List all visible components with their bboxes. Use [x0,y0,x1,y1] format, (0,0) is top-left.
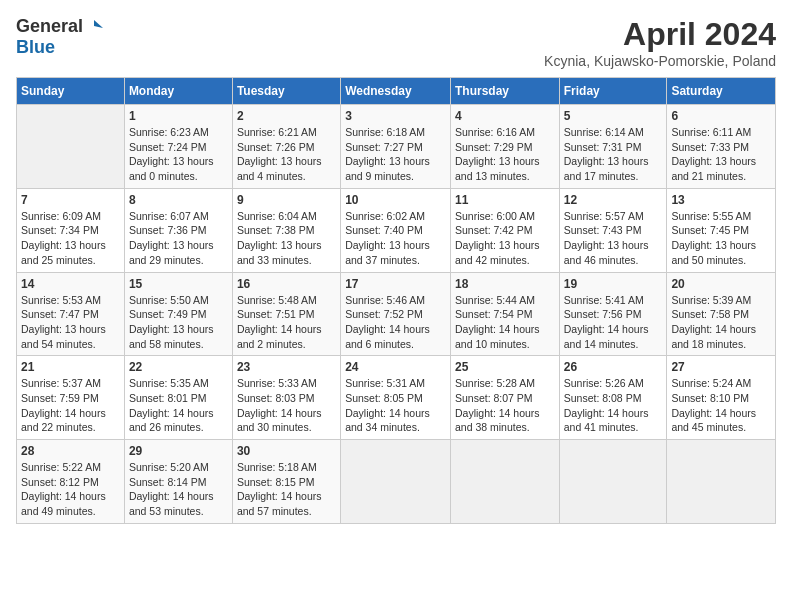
calendar-cell: 12Sunrise: 5:57 AM Sunset: 7:43 PM Dayli… [559,188,667,272]
day-number: 13 [671,193,771,207]
day-number: 28 [21,444,120,458]
day-number: 6 [671,109,771,123]
calendar-cell: 22Sunrise: 5:35 AM Sunset: 8:01 PM Dayli… [124,356,232,440]
day-number: 8 [129,193,228,207]
day-of-week-friday: Friday [559,78,667,105]
day-of-week-monday: Monday [124,78,232,105]
calendar-cell: 23Sunrise: 5:33 AM Sunset: 8:03 PM Dayli… [232,356,340,440]
calendar-cell: 1Sunrise: 6:23 AM Sunset: 7:24 PM Daylig… [124,105,232,189]
day-info: Sunrise: 6:00 AM Sunset: 7:42 PM Dayligh… [455,209,555,268]
day-info: Sunrise: 6:14 AM Sunset: 7:31 PM Dayligh… [564,125,663,184]
day-number: 15 [129,277,228,291]
calendar-cell: 3Sunrise: 6:18 AM Sunset: 7:27 PM Daylig… [341,105,451,189]
calendar-cell [559,440,667,524]
week-row-3: 14Sunrise: 5:53 AM Sunset: 7:47 PM Dayli… [17,272,776,356]
day-number: 7 [21,193,120,207]
title-area: April 2024 Kcynia, Kujawsko-Pomorskie, P… [544,16,776,69]
month-title: April 2024 [544,16,776,53]
calendar-header: SundayMondayTuesdayWednesdayThursdayFrid… [17,78,776,105]
day-info: Sunrise: 5:37 AM Sunset: 7:59 PM Dayligh… [21,376,120,435]
day-number: 23 [237,360,336,374]
calendar-cell [341,440,451,524]
week-row-2: 7Sunrise: 6:09 AM Sunset: 7:34 PM Daylig… [17,188,776,272]
day-header-row: SundayMondayTuesdayWednesdayThursdayFrid… [17,78,776,105]
logo-bird-icon [85,18,103,36]
day-info: Sunrise: 5:22 AM Sunset: 8:12 PM Dayligh… [21,460,120,519]
day-info: Sunrise: 6:21 AM Sunset: 7:26 PM Dayligh… [237,125,336,184]
day-number: 14 [21,277,120,291]
calendar-cell: 17Sunrise: 5:46 AM Sunset: 7:52 PM Dayli… [341,272,451,356]
day-number: 9 [237,193,336,207]
day-info: Sunrise: 5:35 AM Sunset: 8:01 PM Dayligh… [129,376,228,435]
day-info: Sunrise: 5:31 AM Sunset: 8:05 PM Dayligh… [345,376,446,435]
calendar-cell: 10Sunrise: 6:02 AM Sunset: 7:40 PM Dayli… [341,188,451,272]
calendar-cell: 21Sunrise: 5:37 AM Sunset: 7:59 PM Dayli… [17,356,125,440]
day-info: Sunrise: 5:24 AM Sunset: 8:10 PM Dayligh… [671,376,771,435]
day-number: 1 [129,109,228,123]
calendar-cell: 9Sunrise: 6:04 AM Sunset: 7:38 PM Daylig… [232,188,340,272]
calendar-cell: 7Sunrise: 6:09 AM Sunset: 7:34 PM Daylig… [17,188,125,272]
day-info: Sunrise: 5:28 AM Sunset: 8:07 PM Dayligh… [455,376,555,435]
day-info: Sunrise: 5:57 AM Sunset: 7:43 PM Dayligh… [564,209,663,268]
calendar-cell: 4Sunrise: 6:16 AM Sunset: 7:29 PM Daylig… [450,105,559,189]
calendar-cell: 26Sunrise: 5:26 AM Sunset: 8:08 PM Dayli… [559,356,667,440]
day-of-week-tuesday: Tuesday [232,78,340,105]
calendar-cell: 6Sunrise: 6:11 AM Sunset: 7:33 PM Daylig… [667,105,776,189]
day-info: Sunrise: 5:26 AM Sunset: 8:08 PM Dayligh… [564,376,663,435]
day-number: 5 [564,109,663,123]
calendar-cell: 29Sunrise: 5:20 AM Sunset: 8:14 PM Dayli… [124,440,232,524]
day-number: 24 [345,360,446,374]
calendar-cell: 19Sunrise: 5:41 AM Sunset: 7:56 PM Dayli… [559,272,667,356]
day-of-week-sunday: Sunday [17,78,125,105]
day-info: Sunrise: 6:16 AM Sunset: 7:29 PM Dayligh… [455,125,555,184]
calendar-cell [667,440,776,524]
location: Kcynia, Kujawsko-Pomorskie, Poland [544,53,776,69]
day-info: Sunrise: 5:39 AM Sunset: 7:58 PM Dayligh… [671,293,771,352]
day-info: Sunrise: 6:02 AM Sunset: 7:40 PM Dayligh… [345,209,446,268]
calendar-cell: 30Sunrise: 5:18 AM Sunset: 8:15 PM Dayli… [232,440,340,524]
day-info: Sunrise: 5:33 AM Sunset: 8:03 PM Dayligh… [237,376,336,435]
day-number: 3 [345,109,446,123]
day-number: 20 [671,277,771,291]
day-info: Sunrise: 5:46 AM Sunset: 7:52 PM Dayligh… [345,293,446,352]
calendar-cell: 2Sunrise: 6:21 AM Sunset: 7:26 PM Daylig… [232,105,340,189]
calendar-cell [450,440,559,524]
day-info: Sunrise: 5:55 AM Sunset: 7:45 PM Dayligh… [671,209,771,268]
day-number: 2 [237,109,336,123]
day-number: 10 [345,193,446,207]
calendar-body: 1Sunrise: 6:23 AM Sunset: 7:24 PM Daylig… [17,105,776,524]
week-row-4: 21Sunrise: 5:37 AM Sunset: 7:59 PM Dayli… [17,356,776,440]
day-info: Sunrise: 6:09 AM Sunset: 7:34 PM Dayligh… [21,209,120,268]
day-info: Sunrise: 6:04 AM Sunset: 7:38 PM Dayligh… [237,209,336,268]
calendar-cell [17,105,125,189]
calendar-cell: 13Sunrise: 5:55 AM Sunset: 7:45 PM Dayli… [667,188,776,272]
day-number: 11 [455,193,555,207]
calendar-cell: 14Sunrise: 5:53 AM Sunset: 7:47 PM Dayli… [17,272,125,356]
day-number: 21 [21,360,120,374]
day-number: 30 [237,444,336,458]
day-info: Sunrise: 5:53 AM Sunset: 7:47 PM Dayligh… [21,293,120,352]
day-info: Sunrise: 5:44 AM Sunset: 7:54 PM Dayligh… [455,293,555,352]
day-info: Sunrise: 6:11 AM Sunset: 7:33 PM Dayligh… [671,125,771,184]
week-row-5: 28Sunrise: 5:22 AM Sunset: 8:12 PM Dayli… [17,440,776,524]
week-row-1: 1Sunrise: 6:23 AM Sunset: 7:24 PM Daylig… [17,105,776,189]
day-number: 4 [455,109,555,123]
day-number: 26 [564,360,663,374]
svg-marker-0 [94,20,103,28]
calendar-cell: 25Sunrise: 5:28 AM Sunset: 8:07 PM Dayli… [450,356,559,440]
calendar-cell: 24Sunrise: 5:31 AM Sunset: 8:05 PM Dayli… [341,356,451,440]
day-number: 12 [564,193,663,207]
calendar-cell: 20Sunrise: 5:39 AM Sunset: 7:58 PM Dayli… [667,272,776,356]
logo-general-text: General [16,16,83,37]
calendar-cell: 16Sunrise: 5:48 AM Sunset: 7:51 PM Dayli… [232,272,340,356]
logo-blue-text: Blue [16,37,55,58]
day-info: Sunrise: 5:50 AM Sunset: 7:49 PM Dayligh… [129,293,228,352]
day-info: Sunrise: 6:07 AM Sunset: 7:36 PM Dayligh… [129,209,228,268]
day-number: 29 [129,444,228,458]
day-of-week-wednesday: Wednesday [341,78,451,105]
day-number: 16 [237,277,336,291]
calendar-cell: 11Sunrise: 6:00 AM Sunset: 7:42 PM Dayli… [450,188,559,272]
day-of-week-saturday: Saturday [667,78,776,105]
day-number: 18 [455,277,555,291]
day-number: 27 [671,360,771,374]
